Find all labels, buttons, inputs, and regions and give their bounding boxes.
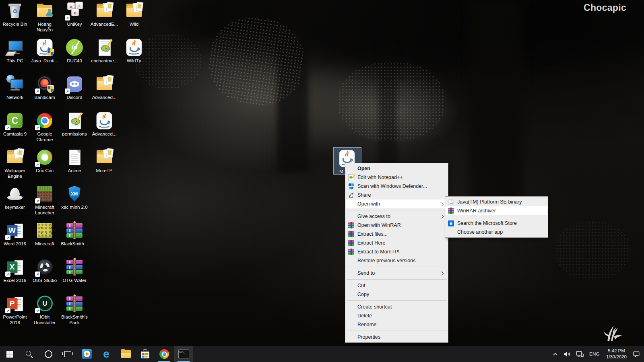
menu-item-restore-previous-versions[interactable]: Restore previous versions: [346, 256, 448, 265]
menu-item-icon: [446, 198, 456, 206]
desktop-icon-powerpoint-2016[interactable]: P↗PowerPoint 2016: [0, 294, 30, 329]
menu-item-properties[interactable]: Properties: [346, 333, 448, 341]
menu-item-choose-another-app[interactable]: Choose another app: [446, 228, 547, 237]
desktop-icon-c-c-c-c[interactable]: ↗Cốc Cốc: [30, 148, 60, 183]
search-icon: [25, 350, 33, 358]
icon-art: P↗: [5, 294, 25, 313]
store-sm-icon: [448, 220, 454, 226]
taskbar-button-command-prompt[interactable]: [174, 346, 193, 362]
icon-art: [65, 294, 84, 313]
desktop-icon-anime[interactable]: Anime: [60, 148, 89, 183]
desktop-icon-ho-ng-nguy-n[interactable]: Hoàng Nguyễn: [30, 1, 60, 37]
desktop-icon-blacksmith-s-pack[interactable]: BlackSmith's Pack: [60, 294, 89, 329]
icon-art: ↗: [35, 184, 54, 204]
menu-item-extract-to-moretp[interactable]: Extract to MoreTP\: [346, 247, 448, 256]
menu-item-create-shortcut[interactable]: Create shortcut: [346, 302, 448, 311]
desktop-icon-label: Excel 2016: [4, 278, 27, 284]
clock[interactable]: 5:42 PM 1/30/2020: [603, 346, 630, 362]
taskbar-button-search[interactable]: [19, 346, 39, 362]
docs-folder-icon: [124, 1, 144, 21]
desktop-icon-this-pc[interactable]: This PC: [0, 38, 30, 73]
menu-item-label: Share: [357, 192, 371, 198]
desktop-icon-moretp[interactable]: MoreTP: [89, 148, 119, 183]
desktop-icon-iobit-uninstaller[interactable]: U↗IObit Uninstaller: [30, 294, 60, 329]
desktop-icon-advancede[interactable]: AdvancedE...: [89, 1, 119, 37]
icon-art: uin↗: [65, 1, 84, 21]
desktop-icon-excel-2016[interactable]: X↗Excel 2016: [0, 257, 30, 293]
menu-item-winrar-archiver[interactable]: WinRAR archiver: [446, 206, 547, 215]
desktop-icon-unikey[interactable]: uin↗UniKey: [60, 1, 89, 37]
desktop-icon-wild[interactable]: Wild: [119, 1, 149, 37]
clock-date: 1/30/2020: [606, 354, 627, 360]
desktop-icon-duc40[interactable]: ipDUC40: [60, 38, 89, 73]
desktop-icon-otg-water[interactable]: OTG-Water: [60, 257, 89, 293]
icon-art: ↗: [35, 111, 54, 130]
menu-item-cut[interactable]: Cut: [346, 281, 448, 290]
menu-item-search-the-microsoft-store[interactable]: Search the Microsoft Store: [446, 219, 547, 228]
menu-item-java-tm-platform-se-binary[interactable]: Java(TM) Platform SE binary: [446, 197, 547, 206]
desktop-icon-network[interactable]: Network: [0, 74, 30, 110]
language-indicator[interactable]: ENG: [586, 346, 603, 362]
taskbar-button-edge[interactable]: e: [97, 346, 116, 362]
tray-chevron-up-icon[interactable]: [550, 346, 561, 362]
desktop-icon-label: Anime: [68, 168, 81, 174]
docs-folder-icon: [95, 148, 114, 167]
menu-item-rename[interactable]: Rename: [346, 320, 448, 329]
menu-item-icon-spacer: [346, 291, 356, 298]
desktop-icon-word-2016[interactable]: W↗Word 2016: [0, 221, 30, 256]
menu-item-scan-with-windows-defender[interactable]: Scan with Windows Defender...: [346, 182, 448, 191]
shortcut-arrow-icon: ↗: [5, 272, 10, 277]
text-file-icon: [65, 148, 84, 167]
menu-item-give-access-to[interactable]: Give access to: [346, 212, 448, 221]
desktop-icon-camtasia-9[interactable]: C↗Camtasia 9: [0, 111, 30, 146]
desktop-icon-wallpaper-engine[interactable]: Wallpaper Engine: [0, 148, 30, 183]
desktop-icon-enchantme[interactable]: enchantme...: [89, 38, 119, 73]
desktop-icon-keymaker[interactable]: keymaker: [0, 184, 30, 220]
desktop-icon-recycle-bin[interactable]: ♻Recycle Bin: [0, 1, 30, 37]
desktop-icon-advanced[interactable]: Advanced...: [89, 74, 119, 110]
desktop-icon-x-c-minh-2-0[interactable]: XMxác minh 2.0: [60, 184, 89, 220]
desktop-icon-obs-studio[interactable]: ↗OBS Studio: [30, 257, 60, 293]
icon-art: [124, 1, 144, 21]
menu-item-send-to[interactable]: Send to: [346, 269, 448, 278]
desktop-icon-permissions[interactable]: permissions: [60, 111, 89, 146]
taskbar-button-microsoft-store[interactable]: [135, 346, 155, 362]
desktop-icon-label: Advanced...: [92, 95, 117, 101]
taskbar-button-cortana[interactable]: [39, 346, 58, 362]
desktop-icon-minecraft[interactable]: Minecraft: [30, 221, 60, 256]
desktop-icon-wildtp[interactable]: WildTp: [119, 38, 149, 73]
menu-item-open-with[interactable]: Open with: [346, 200, 448, 208]
taskbar-button-task-view[interactable]: [58, 346, 77, 362]
winrar-icon: [65, 294, 84, 313]
taskbar-button-chrome[interactable]: [155, 346, 174, 362]
desktop-icon-discord[interactable]: ↗Discord: [60, 74, 89, 110]
taskbar-button-file-explorer[interactable]: [116, 346, 135, 362]
taskbar-button-start[interactable]: [0, 346, 19, 362]
submenu-chevron-icon: [440, 272, 444, 276]
desktop-icon-label: Wallpaper Engine: [0, 168, 30, 179]
menu-item-extract-files[interactable]: Extract files...: [346, 230, 448, 239]
desktop-icon-label: Bandicam: [34, 95, 55, 101]
volume-icon[interactable]: [561, 346, 573, 362]
menu-item-icon: [346, 183, 356, 190]
desktop-icon-advanced[interactable]: Advanced...: [89, 111, 119, 146]
menu-item-open[interactable]: Open: [346, 164, 448, 173]
submenu-chevron-icon: [440, 215, 444, 219]
menu-item-copy[interactable]: Copy: [346, 290, 448, 299]
menu-item-delete[interactable]: Delete: [346, 311, 448, 320]
network-icon[interactable]: [573, 346, 586, 362]
menu-item-edit-with-notepad[interactable]: Edit with Notepad++: [346, 173, 448, 182]
menu-item-share[interactable]: Share: [346, 191, 448, 200]
icon-art: U↗: [35, 294, 54, 313]
desktop-icon-google-chrome[interactable]: ↗Google Chrome: [30, 111, 60, 146]
menu-item-open-with-winrar[interactable]: Open with WinRAR: [346, 221, 448, 230]
menu-item-icon-spacer: [346, 303, 356, 311]
desktop-icon-blacksmith[interactable]: BlackSmith...: [60, 221, 89, 256]
taskbar-button-media-player[interactable]: [77, 346, 97, 362]
desktop-icon-java-runti[interactable]: Java_Runti...: [30, 38, 60, 73]
action-center-icon[interactable]: [630, 346, 642, 362]
desktop-icon-bandicam[interactable]: ↗Bandicam: [30, 74, 60, 110]
desktop-icon-minecraft-launcher[interactable]: ↗Minecraft Launcher: [30, 184, 60, 220]
menu-item-extract-here[interactable]: Extract Here: [346, 239, 448, 247]
menu-item-label: Rename: [357, 322, 376, 327]
